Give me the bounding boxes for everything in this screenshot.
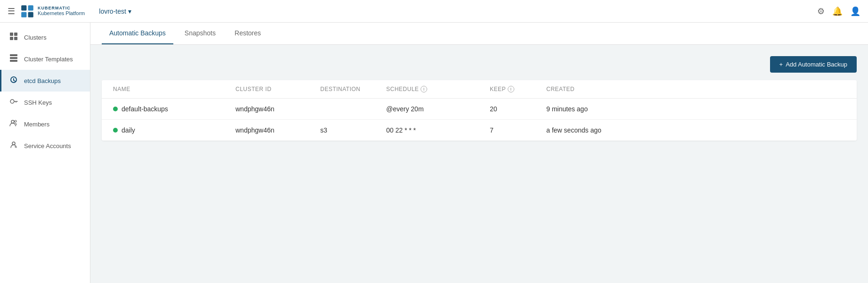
svg-point-13 bbox=[15, 120, 16, 122]
row-1-name: daily bbox=[122, 126, 135, 134]
sidebar-label-members: Members bbox=[24, 121, 49, 128]
chevron-down-icon: ▾ bbox=[128, 8, 131, 15]
sidebar-item-ssh-keys[interactable]: SSH Keys bbox=[0, 92, 90, 113]
col-header-cluster-id: Cluster ID bbox=[235, 86, 320, 92]
backups-table: Name Cluster ID Destination Schedule i K… bbox=[102, 80, 857, 141]
row-1-cluster-id: wndphgw46n bbox=[235, 126, 320, 134]
svg-rect-5 bbox=[14, 33, 17, 36]
svg-rect-6 bbox=[10, 37, 13, 40]
main-layout: Clusters Cluster Templates etcd Backups … bbox=[0, 23, 868, 283]
sidebar-label-service-accounts: Service Accounts bbox=[24, 142, 71, 150]
hamburger-menu-icon[interactable]: ☰ bbox=[8, 6, 15, 17]
row-1-keep: 7 bbox=[490, 126, 546, 134]
col-header-destination: Destination bbox=[320, 86, 386, 92]
tab-restores[interactable]: Restores bbox=[227, 23, 268, 44]
col-header-schedule: Schedule i bbox=[386, 86, 490, 92]
action-row: + Add Automatic Backup bbox=[102, 56, 857, 73]
svg-rect-1 bbox=[28, 5, 33, 10]
cluster-templates-icon bbox=[9, 54, 18, 64]
sidebar-item-clusters[interactable]: Clusters bbox=[0, 26, 90, 48]
table-row[interactable]: default-backups wndphgw46n @every 20m 20… bbox=[102, 99, 857, 120]
tab-snapshots[interactable]: Snapshots bbox=[177, 23, 223, 44]
brand-text: KUBERMATIC Kubernetes Platform bbox=[38, 6, 85, 17]
row-1-schedule: 00 22 * * * bbox=[386, 126, 490, 134]
row-1-name-cell: daily bbox=[113, 126, 235, 134]
logo: KUBERMATIC Kubernetes Platform bbox=[20, 4, 85, 19]
etcd-backups-icon bbox=[9, 75, 18, 86]
user-icon[interactable]: 👤 bbox=[850, 6, 860, 17]
row-1-destination: s3 bbox=[320, 126, 386, 134]
row-0-keep: 20 bbox=[490, 105, 546, 113]
add-button-label: Add Automatic Backup bbox=[786, 61, 847, 68]
svg-rect-4 bbox=[10, 33, 13, 36]
project-name: lovro-test bbox=[99, 8, 126, 15]
row-0-status-dot bbox=[113, 107, 118, 111]
main-content: + Add Automatic Backup Name Cluster ID D… bbox=[90, 45, 868, 283]
plus-icon: + bbox=[779, 61, 783, 68]
settings-icon[interactable]: ⚙ bbox=[817, 6, 825, 17]
clusters-icon bbox=[9, 32, 18, 42]
sidebar-item-etcd-backups[interactable]: etcd Backups bbox=[0, 70, 90, 92]
top-nav: ☰ KUBERMATIC Kubernetes Platform lovro-t… bbox=[0, 0, 868, 23]
keep-info-icon[interactable]: i bbox=[508, 86, 514, 92]
col-header-name: Name bbox=[113, 86, 235, 92]
bell-icon[interactable]: 🔔 bbox=[832, 6, 843, 17]
row-0-created: 9 minutes ago bbox=[546, 105, 641, 113]
sidebar-label-cluster-templates: Cluster Templates bbox=[24, 56, 73, 63]
svg-point-12 bbox=[11, 120, 14, 123]
svg-rect-3 bbox=[28, 12, 33, 17]
add-automatic-backup-button[interactable]: + Add Automatic Backup bbox=[770, 56, 857, 73]
row-0-schedule: @every 20m bbox=[386, 105, 490, 113]
sidebar-label-ssh-keys: SSH Keys bbox=[24, 99, 52, 106]
table-header-row: Name Cluster ID Destination Schedule i K… bbox=[102, 80, 857, 99]
row-1-status-dot bbox=[113, 128, 118, 133]
row-0-name-cell: default-backups bbox=[113, 105, 235, 113]
tabs-bar: Automatic Backups Snapshots Restores bbox=[90, 23, 868, 45]
logo-svg-icon bbox=[20, 4, 35, 19]
svg-rect-2 bbox=[21, 12, 26, 17]
sidebar-label-etcd-backups: etcd Backups bbox=[24, 77, 61, 84]
row-0-name: default-backups bbox=[122, 105, 168, 113]
svg-rect-9 bbox=[10, 57, 17, 59]
row-0-cluster-id: wndphgw46n bbox=[235, 105, 320, 113]
col-header-keep: Keep i bbox=[490, 86, 546, 92]
svg-rect-7 bbox=[14, 37, 17, 40]
table-row[interactable]: daily wndphgw46n s3 00 22 * * * 7 a few … bbox=[102, 120, 857, 141]
tab-automatic-backups[interactable]: Automatic Backups bbox=[102, 23, 173, 44]
sidebar-item-service-accounts[interactable]: Service Accounts bbox=[0, 135, 90, 157]
svg-point-11 bbox=[10, 100, 14, 103]
content-area: Automatic Backups Snapshots Restores + A… bbox=[90, 23, 868, 283]
svg-rect-10 bbox=[10, 60, 17, 62]
members-icon bbox=[9, 119, 18, 129]
ssh-keys-icon bbox=[9, 97, 18, 108]
schedule-info-icon[interactable]: i bbox=[421, 86, 427, 92]
project-selector[interactable]: lovro-test ▾ bbox=[99, 8, 131, 15]
svg-rect-0 bbox=[21, 5, 26, 10]
sidebar-item-members[interactable]: Members bbox=[0, 113, 90, 135]
sidebar-label-clusters: Clusters bbox=[24, 34, 47, 41]
sidebar: Clusters Cluster Templates etcd Backups … bbox=[0, 23, 90, 283]
row-1-created: a few seconds ago bbox=[546, 126, 641, 134]
sidebar-item-cluster-templates[interactable]: Cluster Templates bbox=[0, 48, 90, 70]
col-header-created: Created bbox=[546, 86, 641, 92]
svg-point-14 bbox=[12, 142, 15, 145]
service-accounts-icon bbox=[9, 141, 18, 151]
svg-rect-8 bbox=[10, 54, 17, 56]
